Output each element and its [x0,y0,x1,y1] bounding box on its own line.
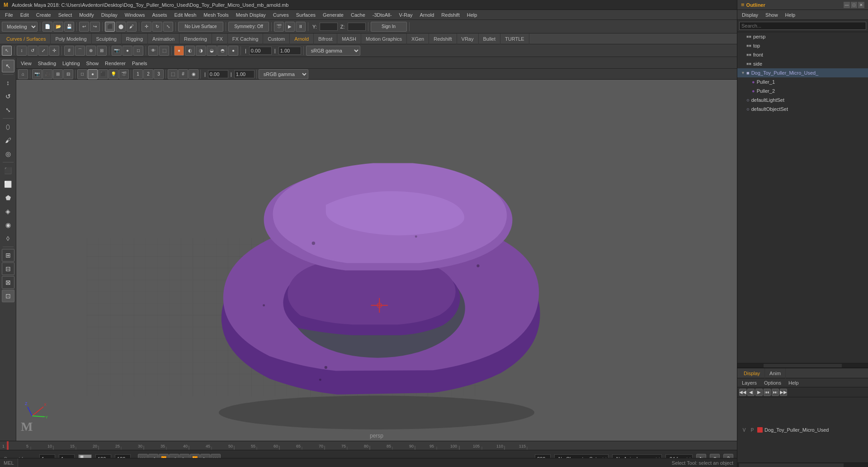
move-tool-left[interactable]: ↕ [2,76,14,89]
vp-cam-btn[interactable]: 📷 [32,69,42,79]
vp-home-btn[interactable]: ⌂ [18,69,28,79]
menu-file[interactable]: File [2,11,16,19]
lasso-select[interactable]: ⬯ [2,120,14,133]
layer-btn2[interactable]: ▶ [755,389,763,396]
vp-val1[interactable] [208,70,228,78]
tab-fx[interactable]: FX [212,33,228,44]
menu-cache[interactable]: Cache [348,11,368,19]
menu-vray[interactable]: V-Ray [396,11,416,19]
color4-btn[interactable]: ◒ [207,46,217,56]
new-scene-button[interactable]: 📄 [42,22,52,32]
tab-poly-modeling[interactable]: Poly Modeling [51,33,91,44]
menu-arnold[interactable]: Arnold [417,11,438,19]
scale-btn[interactable]: ⤡ [163,22,173,32]
timeline[interactable]: 1 5 10 15 20 25 30 35 40 45 50 55 60 65 … [0,441,737,450]
color2-btn[interactable]: ◐ [185,46,195,56]
tab-animation[interactable]: Animation [148,33,179,44]
menu-surfaces[interactable]: Surfaces [293,11,319,19]
val1-input[interactable] [249,47,272,55]
tab-arnold[interactable]: Arnold [290,33,314,44]
vp-shading-menu[interactable]: Shading [35,60,59,67]
snap-grid-btn[interactable]: # [64,46,74,56]
snap-curve-btn[interactable]: ⌒ [75,46,85,56]
sign-in-btn[interactable]: Sign In [371,22,407,32]
universal-manip-btn[interactable]: ✢ [49,46,59,56]
vp-light-btn[interactable]: 💡 [108,69,118,79]
vp-cam4-btn[interactable]: ⊟ [63,69,73,79]
subtab-options[interactable]: Options [761,379,784,386]
rotate-tool-btn[interactable]: ↺ [28,46,38,56]
tab-display[interactable]: Display [739,368,765,378]
scale-tool-btn[interactable]: ⤢ [38,46,48,56]
vp-render-btn[interactable]: 🎬 [119,69,129,79]
subtab-layers[interactable]: Layers [739,379,760,386]
subtab-help[interactable]: Help [786,379,802,386]
snap-surface-btn[interactable]: ⊞ [97,46,107,56]
scale-tool-left[interactable]: ⤡ [2,104,14,116]
tab-fx-caching[interactable]: FX Caching [228,33,263,44]
menu-edit[interactable]: Edit [17,11,32,19]
outliner-item-persp[interactable]: ■■ persp [737,32,868,41]
snap-point-btn[interactable]: ⊕ [86,46,96,56]
color6-btn[interactable]: ● [228,46,238,56]
vp-show-menu[interactable]: Show [84,60,102,67]
tab-bullet[interactable]: Bullet [479,33,501,44]
menu-create[interactable]: Create [33,11,54,19]
open-button[interactable]: 📂 [53,22,63,32]
vp-1-btn[interactable]: 1 [133,69,143,79]
outliner-show-menu[interactable]: Show [763,11,781,19]
vp-wire-btn[interactable]: □ [77,69,87,79]
vp-hud-btn[interactable]: ◉ [189,69,198,79]
tab-custom[interactable]: Custom [263,33,290,44]
camera-tools-btn[interactable]: 📷 [112,46,122,56]
outliner-search-input[interactable] [739,22,866,30]
vp-2-btn[interactable]: 2 [143,69,153,79]
paint-select[interactable]: 🖌 [2,134,14,147]
display-btn4[interactable]: ◈ [2,205,14,218]
vp-grid-btn[interactable]: # [178,69,188,79]
outliner-display-menu[interactable]: Display [739,11,761,19]
display-btn[interactable]: ⬛ [2,164,14,177]
val2-input[interactable] [278,47,301,55]
menu-select[interactable]: Select [55,11,75,19]
tab-anim[interactable]: Anim [765,368,786,378]
tab-rigging[interactable]: Rigging [122,33,148,44]
render-btn[interactable]: 🎬 [274,22,284,32]
select-tool-btn[interactable]: ↖ [2,46,12,56]
paint-btn[interactable]: 🖌 [127,22,137,32]
soft-select[interactable]: ◎ [2,148,14,160]
layer-btn1[interactable]: ◀ [747,389,755,396]
wireframe-btn[interactable]: □ [133,46,143,56]
tab-vray[interactable]: VRay [457,33,479,44]
right-bottom-scrollbar[interactable] [737,462,868,467]
color1-btn[interactable]: ● [174,46,184,56]
outliner-scrollbar[interactable] [737,363,868,367]
pause-btn[interactable]: ⏸ [296,22,306,32]
vp-cam3-btn[interactable]: ⊞ [53,69,63,79]
select-tool[interactable]: ↖ [2,60,14,72]
mel-toggle[interactable]: MEL [0,458,18,467]
outliner-close[interactable]: ✕ [858,2,864,8]
mode-dropdown[interactable]: Modeling [2,22,38,32]
tab-sculpting[interactable]: Sculpting [92,33,122,44]
outliner-item-front[interactable]: ■■ front [737,50,868,59]
move-btn[interactable]: ✛ [142,22,151,32]
menu-generate[interactable]: Generate [320,11,347,19]
vp-smooth-btn[interactable]: ● [88,69,98,79]
command-input[interactable] [18,458,668,467]
menu-meshtools[interactable]: Mesh Tools [200,11,231,19]
outliner-help-menu[interactable]: Help [783,11,798,19]
y-input[interactable] [320,23,338,31]
colorspace-dropdown[interactable]: sRGB gamma [306,46,360,56]
outliner-item-objectset[interactable]: ○ defaultObjectSet [737,105,868,114]
outliner-item-lightset[interactable]: ○ defaultLightSet [737,95,868,105]
vp-renderer-menu[interactable]: Renderer [102,60,128,67]
tab-motion-graphics[interactable]: Motion Graphics [361,33,407,44]
tab-redshift[interactable]: Redshift [429,33,457,44]
smooth-shade-btn[interactable]: ● [123,46,132,56]
layer-type-toggle[interactable]: P [749,427,755,433]
layer-vis-toggle[interactable]: V [741,427,747,433]
outliner-minimize[interactable]: — [844,2,850,8]
layer-btn3[interactable]: ⏮ [764,389,771,396]
frame-all-btn[interactable]: ⬚ [159,46,169,56]
